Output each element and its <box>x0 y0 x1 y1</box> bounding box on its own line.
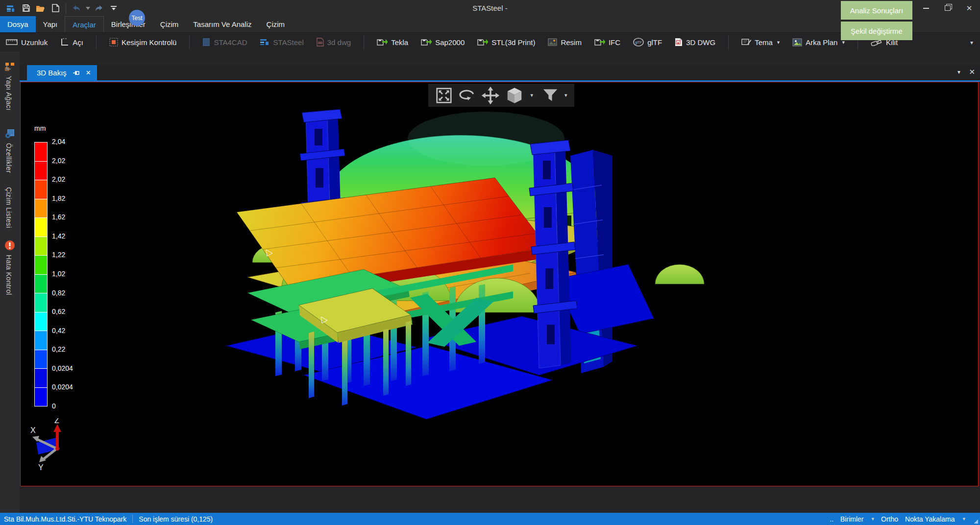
minimize-button[interactable] <box>915 0 937 16</box>
export-icon <box>477 38 488 47</box>
legend-value: 1,62 <box>52 213 65 221</box>
legend-value: 0,0204 <box>52 383 73 391</box>
error-check-icon[interactable] <box>4 240 15 251</box>
app-logo-icon[interactable] <box>4 2 19 15</box>
tab-cizim-test[interactable]: Çizim <box>153 16 186 32</box>
sidebar-item-cizim-listesi[interactable]: Çizim Listesi <box>5 187 13 228</box>
legend-value: 0,62 <box>52 308 65 315</box>
tab-araclar[interactable]: Araçlar <box>65 16 104 32</box>
resim-button[interactable]: Resim <box>548 38 582 47</box>
uzunluk-button[interactable]: Uzunluk <box>6 38 48 47</box>
undo-icon[interactable] <box>69 2 84 15</box>
legend-value: 2,02 <box>52 157 65 165</box>
snap-caret[interactable]: ▾ <box>962 516 965 522</box>
export-icon <box>594 38 605 47</box>
open-folder-icon[interactable] <box>33 2 48 15</box>
filter-icon[interactable] <box>542 87 559 104</box>
tab-3d-bakis-label: 3D Bakış <box>37 69 67 77</box>
sidebar-item-hata-kontrol[interactable]: Hata Kontrol <box>5 255 13 295</box>
tab-close-icon[interactable]: ✕ <box>86 69 91 76</box>
properties-icon[interactable] <box>4 128 15 139</box>
viewport-nav-toolbar: ▾ ▾ <box>428 84 574 107</box>
legend-value: 2,02 <box>52 175 65 183</box>
units-dropdown[interactable]: Birimler <box>840 515 863 523</box>
sidebar-item-yapi-agaci[interactable]: Yapı Ağacı <box>5 76 13 111</box>
filter-caret[interactable]: ▾ <box>564 92 567 98</box>
save-icon[interactable] <box>19 2 33 15</box>
tab-birlesimler[interactable]: Birleşimler <box>104 16 153 32</box>
analiz-sonuclari-button[interactable]: Analiz Sonuçları <box>841 1 912 20</box>
axis-x-label: X <box>30 426 36 434</box>
structural-model[interactable] <box>21 82 978 486</box>
new-document-icon[interactable] <box>48 2 63 15</box>
quick-access-toolbar <box>0 0 980 16</box>
tema-button[interactable]: Tema ▾ <box>741 38 780 47</box>
theme-icon <box>741 38 751 47</box>
units-caret[interactable]: ▾ <box>871 516 874 522</box>
test-badge: Test <box>129 10 145 26</box>
legend-value: 0,82 <box>52 289 65 297</box>
zoom-extents-icon[interactable] <box>435 87 453 104</box>
3d-dwg-export-button[interactable]: 3D DWG <box>675 38 715 47</box>
tab-3d-bakis[interactable]: 3D Bakış ✕ <box>27 65 97 80</box>
undo-dropdown-icon[interactable] <box>84 2 92 15</box>
tekla-export-button[interactable]: Tekla <box>377 38 408 47</box>
close-button[interactable]: ✕ <box>958 0 980 16</box>
ortho-toggle[interactable]: Ortho <box>881 515 898 523</box>
building-icon <box>202 38 210 47</box>
legend-value: 0,22 <box>52 345 65 353</box>
redo-icon[interactable] <box>92 2 106 15</box>
kesisim-kontrolu-button[interactable]: Kesişim Kontrolü <box>109 38 177 47</box>
customize-toolbar-icon[interactable] <box>106 2 121 15</box>
tab-yapi[interactable]: Yapı <box>36 16 65 32</box>
pin-icon[interactable] <box>73 70 80 76</box>
ifc-export-button[interactable]: IFC <box>594 38 620 47</box>
sekil-degistirme-button[interactable]: Şekil değiştirme <box>841 22 912 40</box>
aci-button[interactable]: Açı <box>60 38 83 47</box>
tools-ribbon: Uzunluk Açı Kesişim Kontrolü STA4CAD STA… <box>0 32 980 51</box>
tab-list-caret[interactable]: ▾ <box>957 69 960 75</box>
tab-tasarim-ve-analiz[interactable]: Tasarım Ve Analiz <box>186 16 259 32</box>
intersection-icon <box>109 38 118 47</box>
snap-dropdown[interactable]: Nokta Yakalama <box>905 515 955 523</box>
window-controls: ✕ <box>915 0 980 16</box>
sidebar-item-ozellikler[interactable]: Özellikler <box>5 143 13 173</box>
legend-unit-label: mm <box>34 124 46 132</box>
structure-tree-icon[interactable] <box>4 62 15 72</box>
tab-strip-close-icon[interactable]: ✕ <box>969 68 975 76</box>
last-operation-label: Son işlem süresi (0,125) <box>139 515 213 523</box>
sap2000-export-button[interactable]: Sap2000 <box>421 38 465 47</box>
stasteel-button[interactable]: STASteel <box>260 38 304 47</box>
legend-value: 1,22 <box>52 251 65 259</box>
legend-value: 1,42 <box>52 232 65 240</box>
image-icon <box>548 38 557 46</box>
orbit-icon[interactable] <box>458 87 476 104</box>
restore-button[interactable] <box>937 0 958 16</box>
resize-grip[interactable] <box>974 520 978 524</box>
main-area: 3D Bakış ✕ ▾ ✕ <box>20 51 980 513</box>
sta4cad-button[interactable]: STA4CAD <box>202 38 247 47</box>
gltf-button[interactable]: glTF glTF <box>633 38 662 47</box>
background-icon <box>792 38 802 47</box>
view-cube-caret[interactable]: ▾ <box>530 92 533 98</box>
axis-z-label: Z <box>54 418 59 425</box>
tab-cizim[interactable]: Çizim <box>259 16 293 32</box>
legend-value: 0,42 <box>52 327 65 334</box>
tab-dosya[interactable]: Dosya <box>0 16 36 32</box>
pan-icon[interactable] <box>481 86 500 105</box>
3d-dwg-import-button[interactable]: 3d dwg <box>317 38 351 47</box>
title-bar: STASteel - ✕ <box>0 0 980 16</box>
dwg-color-icon <box>675 38 683 47</box>
dwg-document-icon <box>317 38 324 47</box>
viewport-3d[interactable]: ▾ ▾ mm 2,04 2,02 2,02 1,82 1,62 1,42 1,2… <box>20 82 979 486</box>
arka-plan-button[interactable]: Arka Plan ▾ <box>792 38 845 47</box>
toolbar-overflow-caret[interactable]: ▾ <box>970 39 973 46</box>
stl-export-button[interactable]: STL(3d Print) <box>477 38 535 47</box>
export-icon <box>377 38 388 47</box>
view-cube-icon[interactable] <box>505 86 524 105</box>
side-panel-bar: Yapı Ağacı Özellikler Çizim Listesi Hata… <box>0 51 20 513</box>
legend-value: 0 <box>52 402 56 410</box>
tema-dropdown-caret[interactable]: ▾ <box>777 39 780 46</box>
document-tab-strip: 3D Bakış ✕ ▾ ✕ <box>20 65 980 80</box>
svg-text:glTF: glTF <box>635 41 642 45</box>
